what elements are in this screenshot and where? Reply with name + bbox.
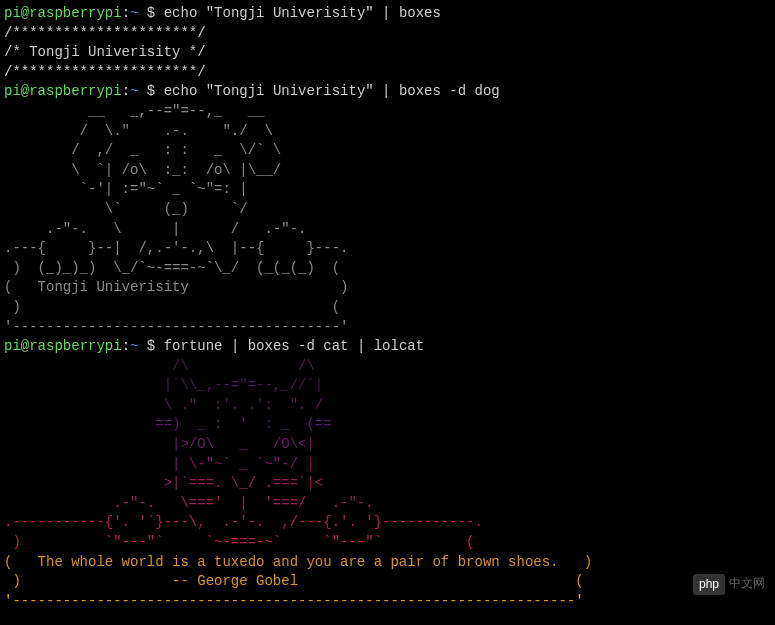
- prompt-line-3: pi@raspberrypi:~ $ fortune | boxes -d ca…: [4, 337, 771, 357]
- dog-art-line: ) (_)_)_) \_/`~-===-~`\_/ (_(_(_) (: [4, 259, 771, 279]
- cat-art-line: /\ /\: [4, 357, 771, 377]
- cat-art-line: | \-"~` _ `~"-/ |: [4, 455, 771, 475]
- dog-art-line: / ,/ _ : : _ \/` \: [4, 141, 771, 161]
- dog-art-line: `-'| :="~` _ `~"=: |: [4, 180, 771, 200]
- fortune-attribution: ) -- George Gobel (: [4, 572, 771, 592]
- command-1: echo "Tongji Univerisity" | boxes: [164, 5, 441, 21]
- cat-art-line: .-"-. \===' | '===/ .-"-.: [4, 494, 771, 514]
- dog-art-line: \` (_) `/: [4, 200, 771, 220]
- dog-art-line: .---{ }--| /,.-'-.,\ |--{ }---.: [4, 239, 771, 259]
- cat-art-line: '---------------------------------------…: [4, 592, 771, 612]
- watermark-text: 中文网: [729, 576, 765, 593]
- prompt-colon: :: [122, 338, 130, 354]
- cat-art-line: \ ." :'. .': ". /: [4, 396, 771, 416]
- prompt-line-1: pi@raspberrypi:~ $ echo "Tongji Univeris…: [4, 4, 771, 24]
- cat-art-line: ==) _ : ' : _ (==: [4, 415, 771, 435]
- dog-art-content: ( Tongji Univerisity ): [4, 278, 771, 298]
- prompt-dollar: $: [138, 5, 163, 21]
- command-3: fortune | boxes -d cat | lolcat: [164, 338, 424, 354]
- command-2: echo "Tongji Univerisity" | boxes -d dog: [164, 83, 500, 99]
- dog-art-line: '---------------------------------------…: [4, 318, 771, 338]
- cat-art-line: |>/O\ _ /O\<|: [4, 435, 771, 455]
- prompt-dollar: $: [138, 83, 163, 99]
- boxes-output-line1: /**********************/: [4, 24, 771, 44]
- cat-art-line: ) `"---"` `~-===-~` `"---"` (: [4, 533, 771, 553]
- prompt-at: @: [21, 83, 29, 99]
- prompt-at: @: [21, 338, 29, 354]
- prompt-dollar: $: [138, 338, 163, 354]
- prompt-colon: :: [122, 5, 130, 21]
- watermark: php 中文网: [693, 574, 765, 595]
- dog-art-line: / \." .-. "./ \: [4, 122, 771, 142]
- prompt-user: pi: [4, 83, 21, 99]
- boxes-output-line3: /**********************/: [4, 63, 771, 83]
- cat-art-line: >|`===. \_/ .===`|<: [4, 474, 771, 494]
- boxes-output-line2: /* Tongji Univerisity */: [4, 43, 771, 63]
- prompt-host: raspberrypi: [29, 5, 121, 21]
- cat-art-line: |`\\_,--="=--,_//`|: [4, 376, 771, 396]
- prompt-host: raspberrypi: [29, 83, 121, 99]
- prompt-host: raspberrypi: [29, 338, 121, 354]
- cat-art-line: .-----------{'. '`}---\, .-'-. ,/---{.'.…: [4, 513, 771, 533]
- prompt-user: pi: [4, 338, 21, 354]
- fortune-quote: ( The whole world is a tuxedo and you ar…: [4, 553, 771, 573]
- watermark-logo: php: [693, 574, 725, 595]
- terminal[interactable]: pi@raspberrypi:~ $ echo "Tongji Univeris…: [4, 4, 771, 611]
- prompt-at: @: [21, 5, 29, 21]
- prompt-user: pi: [4, 5, 21, 21]
- prompt-line-2: pi@raspberrypi:~ $ echo "Tongji Univeris…: [4, 82, 771, 102]
- dog-art-line: __ _,--="=--,_ __: [4, 102, 771, 122]
- dog-art-line: ) (: [4, 298, 771, 318]
- dog-art-line: .-"-. \ | / .-"-.: [4, 220, 771, 240]
- prompt-colon: :: [122, 83, 130, 99]
- dog-art-line: \ `| /o\ :_: /o\ |\__/: [4, 161, 771, 181]
